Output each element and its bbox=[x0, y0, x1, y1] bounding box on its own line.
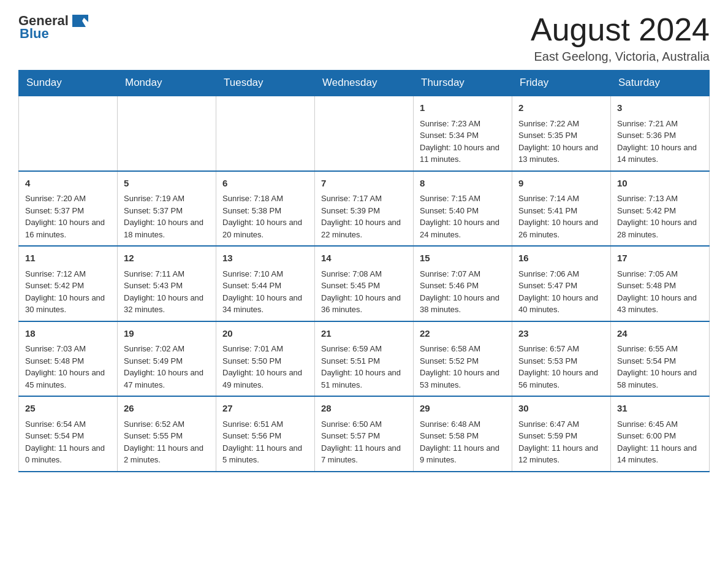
table-row: 29Sunrise: 6:48 AMSunset: 5:58 PMDayligh… bbox=[414, 396, 512, 472]
location-subtitle: East Geelong, Victoria, Australia bbox=[531, 50, 710, 64]
day-info: Sunrise: 7:18 AM bbox=[222, 193, 308, 205]
day-info: Sunset: 5:45 PM bbox=[321, 280, 407, 292]
col-tuesday: Tuesday bbox=[216, 71, 315, 96]
day-info: Daylight: 10 hours and 16 minutes. bbox=[25, 216, 111, 240]
day-number: 1 bbox=[420, 101, 506, 115]
table-row: 11Sunrise: 7:12 AMSunset: 5:42 PMDayligh… bbox=[19, 246, 118, 321]
day-info: Sunrise: 7:08 AM bbox=[321, 268, 407, 280]
col-sunday: Sunday bbox=[19, 71, 118, 96]
day-number: 6 bbox=[222, 177, 308, 191]
day-number: 17 bbox=[617, 251, 703, 266]
table-row: 3Sunrise: 7:21 AMSunset: 5:36 PMDaylight… bbox=[611, 96, 710, 171]
day-number: 5 bbox=[124, 177, 210, 191]
day-info: Daylight: 10 hours and 32 minutes. bbox=[124, 292, 210, 316]
table-row bbox=[315, 96, 414, 171]
day-info: Daylight: 10 hours and 47 minutes. bbox=[124, 367, 210, 391]
day-info: Sunrise: 6:58 AM bbox=[420, 343, 506, 355]
day-info: Sunset: 5:46 PM bbox=[420, 280, 506, 292]
day-info: Daylight: 10 hours and 14 minutes. bbox=[617, 142, 703, 166]
day-number: 31 bbox=[617, 402, 703, 416]
table-row: 1Sunrise: 7:23 AMSunset: 5:34 PMDaylight… bbox=[414, 96, 512, 171]
day-info: Sunset: 5:42 PM bbox=[25, 280, 111, 292]
table-row: 10Sunrise: 7:13 AMSunset: 5:42 PMDayligh… bbox=[611, 171, 710, 247]
day-info: Sunset: 5:39 PM bbox=[321, 205, 407, 217]
day-number: 9 bbox=[518, 177, 604, 191]
day-info: Sunrise: 6:59 AM bbox=[321, 343, 407, 355]
day-number: 19 bbox=[124, 327, 210, 341]
calendar-week-row: 1Sunrise: 7:23 AMSunset: 5:34 PMDaylight… bbox=[19, 96, 710, 171]
table-row: 26Sunrise: 6:52 AMSunset: 5:55 PMDayligh… bbox=[118, 396, 216, 472]
month-year-title: August 2024 bbox=[531, 12, 710, 47]
day-info: Daylight: 10 hours and 13 minutes. bbox=[518, 142, 604, 166]
table-row: 31Sunrise: 6:45 AMSunset: 6:00 PMDayligh… bbox=[611, 396, 710, 472]
table-row: 9Sunrise: 7:14 AMSunset: 5:41 PMDaylight… bbox=[512, 171, 611, 247]
day-info: Sunset: 5:43 PM bbox=[124, 280, 210, 292]
day-info: Sunset: 5:55 PM bbox=[124, 430, 210, 442]
table-row: 27Sunrise: 6:51 AMSunset: 5:56 PMDayligh… bbox=[216, 396, 315, 472]
table-row: 22Sunrise: 6:58 AMSunset: 5:52 PMDayligh… bbox=[414, 321, 512, 397]
day-info: Sunrise: 6:47 AM bbox=[518, 418, 604, 431]
table-row: 2Sunrise: 7:22 AMSunset: 5:35 PMDaylight… bbox=[512, 96, 611, 171]
day-info: Daylight: 10 hours and 40 minutes. bbox=[518, 292, 604, 316]
day-info: Sunrise: 7:07 AM bbox=[420, 268, 506, 280]
day-info: Sunrise: 6:51 AM bbox=[222, 418, 308, 431]
day-info: Sunrise: 6:50 AM bbox=[321, 418, 407, 431]
day-info: Sunrise: 6:54 AM bbox=[25, 418, 111, 431]
table-row: 13Sunrise: 7:10 AMSunset: 5:44 PMDayligh… bbox=[216, 246, 315, 321]
day-info: Daylight: 10 hours and 53 minutes. bbox=[420, 367, 506, 391]
day-info: Sunset: 5:47 PM bbox=[518, 280, 604, 292]
day-info: Sunrise: 6:52 AM bbox=[124, 418, 210, 431]
day-info: Daylight: 10 hours and 45 minutes. bbox=[25, 367, 111, 391]
day-info: Sunset: 5:48 PM bbox=[617, 280, 703, 292]
day-info: Sunrise: 7:14 AM bbox=[518, 193, 604, 205]
col-saturday: Saturday bbox=[611, 71, 710, 96]
day-info: Sunset: 5:38 PM bbox=[222, 205, 308, 217]
table-row: 5Sunrise: 7:19 AMSunset: 5:37 PMDaylight… bbox=[118, 171, 216, 247]
day-number: 14 bbox=[321, 251, 407, 266]
day-info: Daylight: 11 hours and 0 minutes. bbox=[25, 442, 111, 466]
day-info: Sunset: 5:34 PM bbox=[420, 129, 506, 142]
day-info: Sunrise: 7:10 AM bbox=[222, 268, 308, 280]
day-info: Daylight: 10 hours and 28 minutes. bbox=[617, 216, 703, 240]
day-info: Sunrise: 7:05 AM bbox=[617, 268, 703, 280]
col-wednesday: Wednesday bbox=[315, 71, 414, 96]
day-info: Daylight: 10 hours and 24 minutes. bbox=[420, 216, 506, 240]
day-info: Sunrise: 7:22 AM bbox=[518, 118, 604, 130]
day-number: 3 bbox=[617, 101, 703, 115]
calendar-week-row: 18Sunrise: 7:03 AMSunset: 5:48 PMDayligh… bbox=[19, 321, 710, 397]
day-info: Sunrise: 7:13 AM bbox=[617, 193, 703, 205]
table-row: 18Sunrise: 7:03 AMSunset: 5:48 PMDayligh… bbox=[19, 321, 118, 397]
day-number: 26 bbox=[124, 402, 210, 416]
day-info: Sunrise: 7:06 AM bbox=[518, 268, 604, 280]
table-row: 25Sunrise: 6:54 AMSunset: 5:54 PMDayligh… bbox=[19, 396, 118, 472]
day-info: Sunrise: 7:15 AM bbox=[420, 193, 506, 205]
day-number: 22 bbox=[420, 327, 506, 341]
day-info: Daylight: 10 hours and 30 minutes. bbox=[25, 292, 111, 316]
calendar-week-row: 4Sunrise: 7:20 AMSunset: 5:37 PMDaylight… bbox=[19, 171, 710, 247]
table-row: 16Sunrise: 7:06 AMSunset: 5:47 PMDayligh… bbox=[512, 246, 611, 321]
day-info: Daylight: 10 hours and 38 minutes. bbox=[420, 292, 506, 316]
day-info: Sunrise: 7:17 AM bbox=[321, 193, 407, 205]
day-info: Daylight: 10 hours and 26 minutes. bbox=[518, 216, 604, 240]
day-info: Sunset: 5:48 PM bbox=[25, 355, 111, 367]
day-number: 12 bbox=[124, 251, 210, 266]
day-info: Sunset: 5:54 PM bbox=[25, 430, 111, 442]
table-row: 21Sunrise: 6:59 AMSunset: 5:51 PMDayligh… bbox=[315, 321, 414, 397]
table-row bbox=[216, 96, 315, 171]
day-info: Sunrise: 7:19 AM bbox=[124, 193, 210, 205]
day-number: 13 bbox=[222, 251, 308, 266]
day-number: 29 bbox=[420, 402, 506, 416]
day-info: Sunset: 5:50 PM bbox=[222, 355, 308, 367]
calendar-table: Sunday Monday Tuesday Wednesday Thursday… bbox=[18, 70, 710, 472]
logo-flag-icon bbox=[70, 12, 88, 29]
day-info: Daylight: 11 hours and 7 minutes. bbox=[321, 442, 407, 466]
day-info: Sunrise: 6:57 AM bbox=[518, 343, 604, 355]
day-info: Sunrise: 7:23 AM bbox=[420, 118, 506, 130]
day-info: Daylight: 10 hours and 56 minutes. bbox=[518, 367, 604, 391]
day-info: Sunset: 5:44 PM bbox=[222, 280, 308, 292]
table-row bbox=[118, 96, 216, 171]
day-number: 24 bbox=[617, 327, 703, 341]
day-info: Sunset: 6:00 PM bbox=[617, 430, 703, 442]
day-number: 2 bbox=[518, 101, 604, 115]
day-info: Sunrise: 7:12 AM bbox=[25, 268, 111, 280]
